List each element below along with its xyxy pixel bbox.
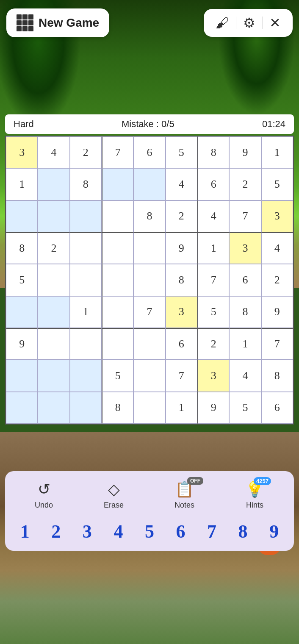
sudoku-cell[interactable]: 1 (6, 168, 38, 200)
sudoku-cell[interactable]: 7 (102, 136, 133, 168)
sudoku-cell[interactable]: 5 (197, 296, 229, 328)
number-pad-btn-6[interactable]: 6 (173, 519, 189, 544)
sudoku-cell[interactable] (70, 200, 102, 232)
sudoku-cell[interactable] (70, 392, 102, 424)
sudoku-cell[interactable]: 3 (6, 136, 38, 168)
sudoku-cell[interactable]: 9 (6, 328, 38, 360)
notes-button[interactable]: 📋 OFF Notes (170, 478, 199, 512)
sudoku-cell[interactable]: 8 (6, 232, 38, 264)
sudoku-cell[interactable]: 2 (229, 168, 261, 200)
sudoku-cell[interactable]: 8 (229, 296, 261, 328)
sudoku-cell[interactable]: 6 (133, 136, 165, 168)
paint-brush-icon[interactable]: 🖌 (212, 15, 233, 31)
sudoku-cell[interactable] (102, 232, 133, 264)
number-pad-btn-8[interactable]: 8 (235, 519, 251, 544)
sudoku-cell[interactable] (6, 296, 38, 328)
sudoku-cell[interactable] (133, 168, 165, 200)
sudoku-cell[interactable]: 4 (229, 360, 261, 391)
sudoku-cell[interactable]: 1 (229, 328, 261, 360)
sudoku-cell[interactable] (38, 200, 69, 232)
sudoku-cell[interactable] (38, 328, 69, 360)
sudoku-cell[interactable]: 5 (261, 168, 293, 200)
undo-button[interactable]: ↺ Undo (30, 478, 57, 512)
sudoku-cell[interactable]: 1 (197, 232, 229, 264)
sudoku-cell[interactable]: 5 (229, 392, 261, 424)
sudoku-cell[interactable] (133, 232, 165, 264)
number-pad-btn-9[interactable]: 9 (266, 519, 282, 544)
sudoku-cell[interactable]: 7 (133, 296, 165, 328)
sudoku-cell[interactable]: 2 (261, 264, 293, 296)
sudoku-cell[interactable]: 4 (166, 168, 197, 200)
sudoku-cell[interactable]: 6 (197, 168, 229, 200)
sudoku-cell[interactable] (133, 328, 165, 360)
sudoku-cell[interactable]: 7 (229, 200, 261, 232)
sudoku-cell[interactable] (102, 328, 133, 360)
sudoku-cell[interactable] (133, 360, 165, 391)
sudoku-cell[interactable] (6, 392, 38, 424)
sudoku-cell[interactable]: 3 (261, 200, 293, 232)
sudoku-cell[interactable] (70, 264, 102, 296)
sudoku-cell[interactable]: 8 (102, 392, 133, 424)
sudoku-cell[interactable]: 7 (166, 360, 197, 391)
sudoku-cell[interactable]: 6 (261, 392, 293, 424)
sudoku-cell[interactable]: 6 (166, 328, 197, 360)
sudoku-cell[interactable] (70, 360, 102, 391)
sudoku-cell[interactable] (70, 232, 102, 264)
new-game-button[interactable]: New Game (6, 8, 109, 37)
sudoku-cell[interactable]: 9 (261, 296, 293, 328)
sudoku-cell[interactable] (38, 360, 69, 391)
sudoku-cell[interactable]: 2 (197, 328, 229, 360)
sudoku-cell[interactable] (102, 200, 133, 232)
sudoku-cell[interactable]: 7 (197, 264, 229, 296)
sudoku-cell[interactable]: 3 (197, 360, 229, 391)
sudoku-cell[interactable]: 1 (261, 136, 293, 168)
sudoku-cell[interactable]: 1 (70, 296, 102, 328)
sudoku-cell[interactable]: 5 (6, 264, 38, 296)
hints-button[interactable]: 💡 4257 Hints (241, 478, 269, 512)
sudoku-cell[interactable]: 8 (261, 360, 293, 391)
erase-button[interactable]: ◇ Erase (100, 478, 128, 512)
sudoku-cell[interactable]: 5 (102, 360, 133, 391)
sudoku-cell[interactable]: 8 (197, 136, 229, 168)
sudoku-cell[interactable]: 3 (166, 296, 197, 328)
number-pad-btn-4[interactable]: 4 (110, 519, 126, 544)
sudoku-cell[interactable] (6, 200, 38, 232)
sudoku-cell[interactable]: 2 (166, 200, 197, 232)
sudoku-cell[interactable] (133, 264, 165, 296)
sudoku-cell[interactable]: 5 (166, 136, 197, 168)
sudoku-cell[interactable]: 2 (70, 136, 102, 168)
sudoku-cell[interactable] (70, 328, 102, 360)
settings-icon[interactable]: ⚙ (240, 15, 259, 31)
sudoku-cell[interactable]: 9 (229, 136, 261, 168)
sudoku-cell[interactable] (38, 296, 69, 328)
controls-row: ↺ Undo ◇ Erase 📋 OFF Notes 💡 4257 Hints (9, 478, 290, 512)
sudoku-cell[interactable]: 8 (70, 168, 102, 200)
sudoku-cell[interactable]: 7 (261, 328, 293, 360)
sudoku-cell[interactable] (102, 296, 133, 328)
sudoku-cell[interactable] (133, 392, 165, 424)
number-pad-btn-2[interactable]: 2 (48, 519, 64, 544)
sudoku-cell[interactable]: 2 (38, 232, 69, 264)
sudoku-cell[interactable]: 1 (166, 392, 197, 424)
sudoku-cell[interactable] (38, 392, 69, 424)
sudoku-cell[interactable]: 8 (133, 200, 165, 232)
sudoku-cell[interactable]: 9 (197, 392, 229, 424)
status-bar: Hard Mistake : 0/5 01:24 (5, 114, 294, 134)
number-pad-btn-1[interactable]: 1 (17, 519, 33, 544)
close-icon[interactable]: ✕ (266, 15, 284, 31)
sudoku-cell[interactable] (102, 264, 133, 296)
sudoku-cell[interactable] (102, 168, 133, 200)
sudoku-cell[interactable] (6, 360, 38, 391)
sudoku-cell[interactable] (38, 168, 69, 200)
sudoku-cell[interactable]: 9 (166, 232, 197, 264)
sudoku-cell[interactable]: 4 (261, 232, 293, 264)
sudoku-cell[interactable] (38, 264, 69, 296)
number-pad-btn-3[interactable]: 3 (79, 519, 95, 544)
sudoku-cell[interactable]: 4 (38, 136, 69, 168)
sudoku-cell[interactable]: 6 (229, 264, 261, 296)
sudoku-cell[interactable]: 8 (166, 264, 197, 296)
sudoku-cell[interactable]: 3 (229, 232, 261, 264)
number-pad-btn-7[interactable]: 7 (204, 519, 220, 544)
number-pad-btn-5[interactable]: 5 (141, 519, 158, 544)
sudoku-cell[interactable]: 4 (197, 200, 229, 232)
